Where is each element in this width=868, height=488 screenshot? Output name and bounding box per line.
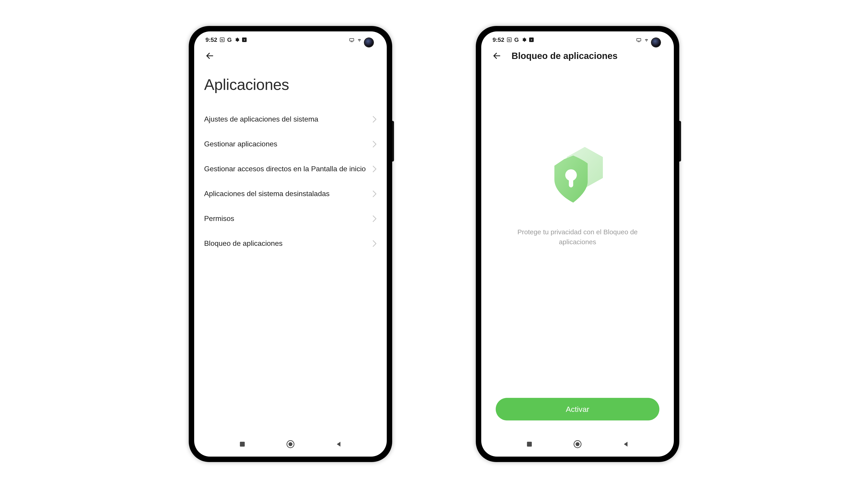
screen-right: 9:52 N G + Bloqueo de a — [481, 31, 674, 457]
svg-point-5 — [288, 442, 292, 446]
svg-rect-6 — [637, 39, 641, 41]
svg-rect-0 — [350, 39, 354, 41]
app-bar: Bloqueo de aplicaciones — [481, 45, 674, 67]
status-left: 9:52 N G + — [206, 36, 247, 43]
camera-cutout — [652, 38, 660, 47]
nfc-icon: N — [220, 37, 224, 42]
arrow-left-icon — [205, 51, 214, 60]
gear-icon — [235, 37, 239, 42]
google-icon: G — [227, 36, 232, 43]
nav-back-button[interactable] — [325, 437, 352, 451]
phone-power-button — [392, 121, 394, 162]
status-time: 9:52 — [206, 36, 217, 43]
svg-rect-11 — [527, 442, 532, 447]
content-left: Aplicaciones Ajustes de aplicaciones del… — [194, 67, 387, 432]
svg-point-13 — [576, 442, 579, 446]
chevron-right-icon — [372, 215, 377, 222]
app-bar-title: Bloqueo de aplicaciones — [512, 51, 618, 61]
nav-back-button[interactable] — [612, 437, 639, 451]
phone-power-button — [679, 121, 681, 162]
list-item-label: Ajustes de aplicaciones del sistema — [204, 115, 372, 124]
phone-frame-right: 9:52 N G + Bloqueo de a — [476, 26, 679, 462]
list-item-label: Aplicaciones del sistema desinstaladas — [204, 189, 372, 199]
hero-section: Protege tu privacidad con el Bloqueo de … — [491, 67, 664, 398]
camera-cutout — [365, 38, 373, 47]
svg-rect-10 — [569, 178, 573, 188]
nav-recent-button[interactable] — [229, 437, 256, 451]
battery-saver-icon: + — [529, 37, 534, 42]
status-time: 9:52 — [493, 36, 504, 43]
status-bar: 9:52 N G + — [194, 31, 387, 45]
list-item-manage-shortcuts[interactable]: Gestionar accesos directos en la Pantall… — [204, 157, 377, 182]
wifi-icon — [357, 37, 362, 42]
nav-bar — [194, 432, 387, 457]
triangle-left-icon — [622, 441, 629, 448]
google-icon: G — [514, 36, 519, 43]
circle-icon — [573, 440, 582, 449]
battery-saver-icon: + — [242, 37, 247, 42]
list-item-system-app-settings[interactable]: Ajustes de aplicaciones del sistema — [204, 107, 377, 132]
nav-home-button[interactable] — [564, 437, 591, 451]
circle-icon — [286, 440, 295, 449]
list-item-label: Gestionar accesos directos en la Pantall… — [204, 164, 372, 174]
arrow-left-icon — [492, 51, 501, 60]
shield-illustration — [541, 139, 614, 211]
app-bar — [194, 45, 387, 67]
gear-icon — [522, 37, 526, 42]
square-icon — [526, 441, 533, 448]
hero-text: Protege tu privacidad con el Bloqueo de … — [515, 227, 640, 247]
keyboard-icon — [349, 37, 354, 42]
screen-left: 9:52 N G + — [194, 31, 387, 457]
chevron-right-icon — [372, 116, 377, 123]
nav-bar — [481, 432, 674, 457]
square-icon — [239, 441, 246, 448]
chevron-right-icon — [372, 190, 377, 197]
wifi-icon — [644, 37, 649, 42]
status-bar: 9:52 N G + — [481, 31, 674, 45]
list-item-uninstalled-system-apps[interactable]: Aplicaciones del sistema desinstaladas — [204, 182, 377, 206]
list-item-app-lock[interactable]: Bloqueo de aplicaciones — [204, 231, 377, 256]
triangle-left-icon — [335, 441, 342, 448]
svg-rect-3 — [240, 442, 245, 447]
nfc-icon: N — [507, 37, 512, 42]
list-item-label: Permisos — [204, 214, 372, 223]
cta-row: Activar — [491, 398, 664, 427]
shield-lock-icon — [541, 139, 614, 211]
chevron-right-icon — [372, 240, 377, 247]
list-item-manage-apps[interactable]: Gestionar aplicaciones — [204, 132, 377, 157]
chevron-right-icon — [372, 140, 377, 148]
list-item-permissions[interactable]: Permisos — [204, 206, 377, 231]
back-button[interactable] — [204, 50, 215, 61]
nav-recent-button[interactable] — [516, 437, 543, 451]
chevron-right-icon — [372, 165, 377, 173]
status-left: 9:52 N G + — [493, 36, 534, 43]
keyboard-icon — [636, 37, 641, 42]
nav-home-button[interactable] — [277, 437, 304, 451]
list-item-label: Gestionar aplicaciones — [204, 139, 372, 149]
content-right: Protege tu privacidad con el Bloqueo de … — [481, 67, 674, 432]
list-item-label: Bloqueo de aplicaciones — [204, 239, 372, 248]
back-button[interactable] — [491, 50, 502, 61]
page-title: Aplicaciones — [204, 76, 377, 93]
activate-button[interactable]: Activar — [496, 398, 659, 420]
phone-frame-left: 9:52 N G + — [189, 26, 392, 462]
